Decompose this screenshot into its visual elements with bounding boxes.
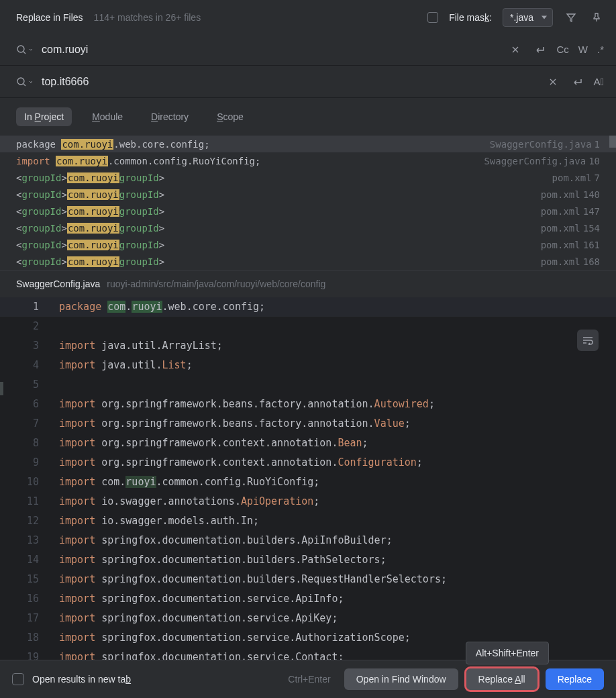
replace-row: Aͣ (0, 66, 616, 98)
tab-in-project[interactable]: In Project (16, 107, 72, 126)
filter-icon[interactable] (564, 10, 578, 25)
tab-module[interactable]: Module (84, 107, 131, 126)
whole-word-toggle[interactable]: W (578, 44, 588, 55)
file-mask-select[interactable]: *.java (503, 8, 553, 27)
svg-point-0 (17, 46, 24, 52)
result-row[interactable]: <groupId>com.ruoyigroupId>pom.xml7 (0, 169, 616, 186)
tab-directory[interactable]: Directory (143, 107, 197, 126)
shortcut-tooltip: Alt+Shift+Enter (466, 642, 549, 664)
tab-scope[interactable]: Scope (209, 107, 252, 126)
svg-point-1 (17, 78, 24, 85)
dialog-footer: Alt+Shift+Enter Open results in new tab … (0, 660, 616, 698)
dialog-header: Replace in Files 114+ matches in 26+ fil… (0, 0, 616, 34)
file-mask-checkbox[interactable] (427, 12, 438, 23)
code-body[interactable]: package com.ruoyi.web.core.config;import… (59, 297, 616, 660)
replace-input[interactable] (42, 76, 537, 88)
results-list[interactable]: package com.ruoyi.web.core.config;Swagge… (0, 136, 616, 270)
result-row[interactable]: <groupId>com.ruoyigroupId>pom.xml161 (0, 236, 616, 253)
dialog-title: Replace in Files (16, 12, 83, 23)
result-row[interactable]: <groupId>com.ruoyigroupId>pom.xml140 (0, 186, 616, 203)
replace-button[interactable]: Replace (546, 668, 604, 690)
result-row[interactable]: <groupId>com.ruoyigroupId>pom.xml147 (0, 203, 616, 219)
search-icon[interactable] (16, 44, 34, 55)
new-line-replace-icon[interactable] (570, 74, 584, 89)
line-gutter: 12345678910111213141516171819 (0, 297, 59, 660)
result-row[interactable]: import com.ruoyi.common.config.RuoYiConf… (0, 152, 616, 169)
preserve-case-toggle[interactable]: Aͣ (594, 76, 604, 87)
pin-icon[interactable] (589, 10, 604, 25)
clear-replace-icon[interactable] (546, 74, 560, 89)
shortcut-hint: Ctrl+Enter (288, 674, 330, 685)
result-row[interactable]: <groupId>com.ruoyigroupId>pom.xml154 (0, 219, 616, 236)
find-input[interactable] (42, 44, 500, 56)
open-new-tab-checkbox[interactable] (12, 673, 24, 685)
code-preview[interactable]: 12345678910111213141516171819 package co… (0, 297, 616, 660)
file-mask-label: File mask: (449, 12, 492, 23)
replace-all-button[interactable]: Replace All (466, 668, 537, 690)
result-row[interactable]: <groupId>com.ruoyigroupId>pom.xml168 (0, 253, 616, 270)
find-row: Cc W .* (0, 34, 616, 66)
scope-tabs: In Project Module Directory Scope (0, 98, 616, 136)
preview-file-path: ruoyi-admin/src/main/java/com/ruoyi/web/… (107, 279, 325, 289)
new-line-icon[interactable] (532, 42, 547, 57)
match-case-toggle[interactable]: Cc (556, 44, 568, 55)
replace-search-icon[interactable] (16, 77, 34, 87)
preview-file-name: SwaggerConfig.java (16, 279, 100, 289)
match-count: 114+ matches in 26+ files (94, 12, 201, 23)
open-find-window-button[interactable]: Open in Find Window (344, 668, 458, 690)
preview-header: SwaggerConfig.java ruoyi-admin/src/main/… (0, 270, 616, 297)
soft-wrap-icon[interactable] (577, 330, 599, 351)
result-row[interactable]: package com.ruoyi.web.core.config;Swagge… (0, 136, 616, 152)
scrollbar-thumb[interactable] (609, 136, 616, 148)
clear-find-icon[interactable] (508, 42, 523, 57)
open-new-tab-label: Open results in new tab (32, 674, 131, 685)
regex-toggle[interactable]: .* (597, 44, 604, 55)
gutter-marker (0, 382, 3, 395)
